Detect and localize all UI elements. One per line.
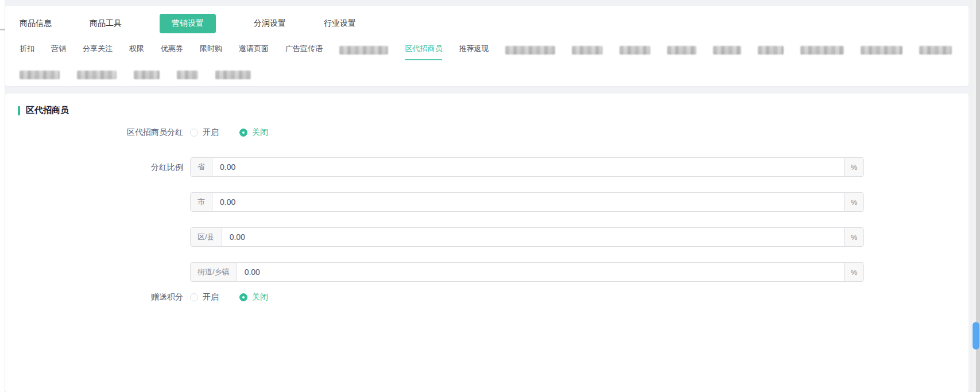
region-prefix-label: 街道/乡镇: [191, 263, 237, 281]
radio-option[interactable]: 关闭: [239, 292, 268, 302]
radio-option[interactable]: 开启: [190, 127, 219, 138]
radio-option-label: 开启: [203, 292, 219, 302]
sub-tab[interactable]: 邀请页面: [239, 40, 269, 60]
percent-suffix-label: %: [844, 263, 863, 281]
radio-dot-icon: [242, 131, 245, 134]
sub-tab-redacted[interactable]: [134, 71, 160, 79]
sub-tab[interactable]: [339, 46, 388, 55]
sub-tab[interactable]: [861, 46, 902, 55]
sub-tab[interactable]: [619, 46, 650, 55]
points-radio-row: 赠送积分 开启 关闭: [5, 292, 969, 302]
ratio-input-list: 省 % 市 % 区/县 % 街道/乡镇 %: [190, 157, 864, 282]
ratio-value-input[interactable]: [212, 193, 844, 211]
radio-circle-icon[interactable]: [190, 129, 198, 137]
sub-tab[interactable]: [800, 46, 845, 55]
sub-tab[interactable]: [713, 46, 741, 55]
sub-tab[interactable]: [758, 46, 784, 55]
section-title-text: 区代招商员: [26, 105, 69, 116]
section-title: 区代招商员: [18, 105, 969, 116]
sidebar-divider: [0, 29, 5, 30]
settings-panel: 区代招商员 区代招商员分红 开启 关闭 分红比例 省 % 市: [5, 94, 969, 392]
region-prefix-label: 区/县: [191, 228, 222, 246]
ratio-row: 分红比例 省 % 市 % 区/县 % 街道/乡镇 %: [5, 157, 969, 282]
region-prefix-label: 省: [191, 158, 212, 176]
sub-tab-redacted[interactable]: [20, 71, 60, 79]
sub-tab[interactable]: [919, 46, 952, 55]
ratio-value-input[interactable]: [237, 263, 844, 281]
sub-tab-redacted[interactable]: [177, 71, 198, 79]
sub-tab[interactable]: 折扣: [20, 40, 34, 60]
section-accent-bar: [18, 106, 20, 115]
primary-tab[interactable]: 行业设置: [324, 14, 356, 33]
sub-tab[interactable]: [667, 46, 696, 55]
ratio-input-group: 市 %: [190, 192, 864, 212]
sub-tab[interactable]: 营销: [51, 40, 66, 60]
ratio-input-group: 省 %: [190, 157, 864, 177]
points-radio-group: 开启 关闭: [190, 292, 289, 302]
percent-suffix-label: %: [844, 193, 863, 211]
sub-tab[interactable]: 区代招商员: [405, 40, 442, 60]
dividend-label: 区代招商员分红: [5, 127, 190, 138]
sub-tab-redacted[interactable]: [77, 71, 117, 79]
radio-option-label: 关闭: [252, 127, 268, 138]
collapsed-sidebar-strip: [0, 0, 5, 392]
vertical-scrollbar[interactable]: [971, 0, 980, 392]
ratio-label: 分红比例: [5, 157, 190, 177]
ratio-value-input[interactable]: [222, 228, 844, 246]
percent-suffix-label: %: [844, 228, 863, 246]
ratio-value-input[interactable]: [212, 158, 844, 176]
sub-tab[interactable]: 广告宣传语: [285, 40, 323, 60]
radio-circle-icon[interactable]: [190, 293, 198, 301]
radio-option-label: 关闭: [252, 292, 268, 302]
tabs-panel: 商品信息商品工具营销设置分润设置行业设置 折扣营销分享关注权限优惠券限时购邀请页…: [5, 6, 969, 86]
primary-tab-bar: 商品信息商品工具营销设置分润设置行业设置: [20, 14, 969, 33]
points-label: 赠送积分: [5, 292, 190, 302]
sub-tab[interactable]: [572, 46, 603, 55]
primary-tab[interactable]: 营销设置: [160, 14, 216, 33]
sub-tab-bar-row2: [20, 71, 969, 79]
primary-tab[interactable]: 分润设置: [254, 14, 286, 33]
radio-option-label: 开启: [203, 127, 219, 138]
sub-tab-bar: 折扣营销分享关注权限优惠券限时购邀请页面广告宣传语区代招商员推荐返现: [20, 40, 969, 60]
radio-circle-icon[interactable]: [239, 129, 247, 137]
scrollbar-thumb[interactable]: [973, 322, 979, 350]
sub-tab[interactable]: 权限: [129, 40, 144, 60]
radio-option[interactable]: 开启: [190, 292, 219, 302]
radio-dot-icon: [242, 296, 245, 298]
ratio-input-group: 街道/乡镇 %: [190, 262, 864, 282]
radio-option[interactable]: 关闭: [239, 127, 268, 138]
radio-circle-icon[interactable]: [239, 293, 247, 301]
sub-tab[interactable]: 限时购: [200, 40, 222, 60]
region-prefix-label: 市: [191, 193, 212, 211]
sub-tab[interactable]: 优惠券: [161, 40, 183, 60]
sub-tab-redacted[interactable]: [215, 71, 251, 79]
dividend-radio-group: 开启 关闭: [190, 127, 289, 138]
ratio-input-group: 区/县 %: [190, 227, 864, 247]
primary-tab[interactable]: 商品信息: [20, 14, 52, 33]
primary-tab[interactable]: 商品工具: [90, 14, 122, 33]
sub-tab[interactable]: 推荐返现: [459, 40, 489, 60]
dividend-radio-row: 区代招商员分红 开启 关闭: [5, 127, 969, 138]
percent-suffix-label: %: [844, 158, 863, 176]
sub-tab[interactable]: 分享关注: [83, 40, 113, 60]
sub-tab[interactable]: [505, 46, 555, 55]
